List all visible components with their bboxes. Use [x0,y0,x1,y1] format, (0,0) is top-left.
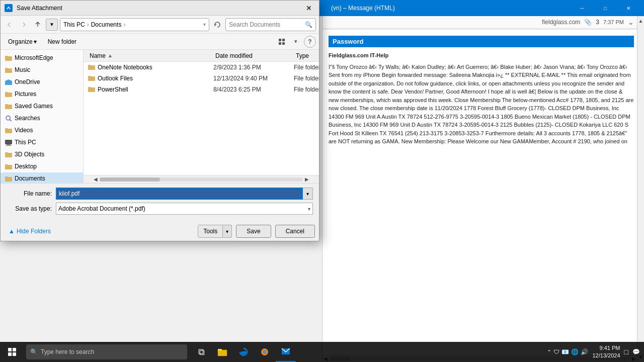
close-email-btn[interactable]: ✕ [617,0,640,16]
view-dropdown-btn[interactable]: ▾ [290,36,302,48]
taskbar-search-box[interactable]: 🔍 Type here to search [26,344,187,359]
firefox-btn[interactable] [255,342,275,362]
file-explorer-btn[interactable] [212,342,232,362]
col-header-date[interactable]: Date modified [213,52,294,59]
refresh-btn[interactable] [211,19,223,31]
svg-rect-13 [13,352,16,356]
col-header-type[interactable]: Type [294,52,319,59]
thispc-icon [5,138,13,146]
dialog-title: Save Attachment [17,5,299,12]
breadcrumb-dropdown-btn[interactable]: ▾ [203,22,206,27]
folder-icon [5,162,13,170]
file-item[interactable]: PowerShell 8/4/2023 6:25 PM File folder [84,84,319,95]
filetype-select[interactable]: Adobe Acrobat Document (*.pdf) ▾ [56,203,313,215]
recent-locations-btn[interactable]: ▼ [46,19,58,31]
folder-icon [88,64,96,70]
sidebar-item-microsoftedge[interactable]: MicrosoftEdge [1,52,83,64]
help-btn[interactable]: ? [304,36,316,48]
folder-icon [5,102,13,110]
hscroll-thumb[interactable] [100,177,160,182]
file-name-cell: Outlook Files [88,75,213,82]
edge-browser-btn[interactable] [233,342,254,362]
start-btn[interactable] [0,342,24,362]
breadcrumb-thispc[interactable]: This PC [63,21,85,28]
sidebar-item-saved-games[interactable]: Saved Games [1,100,83,112]
sidebar-item-music[interactable]: Music [1,64,83,76]
outlook-tray-icon: 📧 [561,348,569,355]
hscroll-left-btn[interactable]: ◀ [92,175,100,184]
dialog-title-icon [5,4,13,12]
up-btn[interactable] [32,19,44,31]
sidebar-item-label: Music [15,66,30,73]
filename-dropdown-btn[interactable]: ▾ [303,188,313,200]
file-type-cell: File folder [294,64,319,71]
email-scrollbar[interactable]: ▲ ▼ [637,16,644,362]
svg-rect-10 [8,348,12,351]
email-body: Password Fieldglass.com IT-Help î"š Tony… [323,30,644,152]
sidebar-item-searches[interactable]: Searches [1,112,83,124]
taskbar-clock[interactable]: 9:41 PM 12/13/2024 [592,344,620,360]
show-desktop-btn[interactable]: □ [624,348,628,356]
email-message-body: î"š Tony Orozco â€‹ Ty Walls; â€‹ Kalon … [329,63,634,146]
tools-btn[interactable]: Tools [198,225,223,238]
hide-folders-link[interactable]: ▲ Hide Folders [5,226,55,237]
folder-icon [5,150,13,158]
notification-icon[interactable]: 💬 [632,348,640,355]
breadcrumb-documents[interactable]: Documents [91,21,122,28]
view-options-btn[interactable] [276,36,288,48]
filetype-input-wrapper: Adobe Acrobat Document (*.pdf) ▾ [56,203,313,215]
taskbar-search-icon: 🔍 [30,348,38,355]
filename-label: File name: [7,190,52,197]
taskbar-sys-icons: ⌃ 🛡 📧 🌐 🔊 [547,348,588,355]
filetype-arrow-icon: ▾ [308,206,310,212]
sidebar-item-onedrive[interactable]: OneDrive [1,76,83,88]
search-input[interactable] [229,21,303,28]
sidebar-item-documents[interactable]: Documents [1,172,83,183]
dialog-close-btn[interactable]: ✕ [303,2,315,14]
email-content-panel: ▲ ▼ fieldglass.com 📎 3 7:37 PM ⌄ Passwor… [322,16,644,362]
forward-btn[interactable] [18,19,30,31]
col-header-name[interactable]: Name ▲ [88,52,213,59]
filename-input[interactable] [56,188,303,200]
task-view-btn[interactable]: ⧉ [191,342,211,362]
restore-btn[interactable]: □ [594,0,617,16]
save-btn[interactable]: Save [236,225,271,238]
sidebar-item-label: Desktop [15,163,37,170]
file-list: OneNote Notebooks 2/9/2023 1:36 PM File … [84,62,319,175]
sidebar-item-label: This PC [15,139,36,146]
show-hidden-icons-btn[interactable]: ⌃ [547,349,551,355]
back-btn[interactable] [4,19,16,31]
new-folder-btn[interactable]: New folder [43,36,81,48]
expand-email-btn[interactable]: ⌄ [628,18,634,26]
sidebar-item-this-pc[interactable]: This PC [1,136,83,148]
svg-rect-15 [218,349,222,351]
email-meta-bar: fieldglass.com 📎 3 7:37 PM ⌄ [323,16,644,29]
file-date-cell: 8/4/2023 6:25 PM [213,86,294,93]
search-icon: 🔍 [305,21,312,28]
sidebar-item-videos[interactable]: Videos [1,124,83,136]
file-type-cell: File folder [294,86,319,93]
volume-icon: 🔊 [581,348,588,355]
cancel-btn[interactable]: Cancel [275,225,315,238]
sidebar-item-desktop[interactable]: Desktop [1,160,83,172]
hscroll-right-btn[interactable]: ▶ [303,175,311,184]
tools-arrow-btn[interactable]: ▾ [223,225,232,238]
outlook-btn[interactable] [276,342,296,362]
sidebar-item-pictures[interactable]: Pictures [1,88,83,100]
sidebar-item-3d-objects[interactable]: 3D Objects [1,148,83,160]
hscrollbar[interactable]: ◀ ▶ [84,175,319,183]
file-item[interactable]: OneNote Notebooks 2/9/2023 1:36 PM File … [84,62,319,73]
dialog-form: File name: ▾ Save as type: Adobe Acrobat… [1,183,319,222]
dialog-footer: ▲ Hide Folders Tools ▾ Save Cancel [1,222,319,241]
file-item[interactable]: Outlook Files 12/13/2024 9:40 PM File fo… [84,73,319,84]
dialog-action-toolbar: Organize ▾ New folder ▾ ? [1,34,319,50]
sidebar-item-label: Saved Games [15,103,53,110]
folder-icon [5,90,13,98]
minimize-btn[interactable]: ─ [571,0,594,16]
hscroll-track[interactable] [100,177,303,182]
svg-rect-0 [6,6,11,11]
organize-btn[interactable]: Organize ▾ [4,36,41,48]
svg-point-17 [263,350,267,354]
scroll-up-btn[interactable]: ▲ [638,18,643,24]
file-type-cell: File folder [294,75,319,82]
